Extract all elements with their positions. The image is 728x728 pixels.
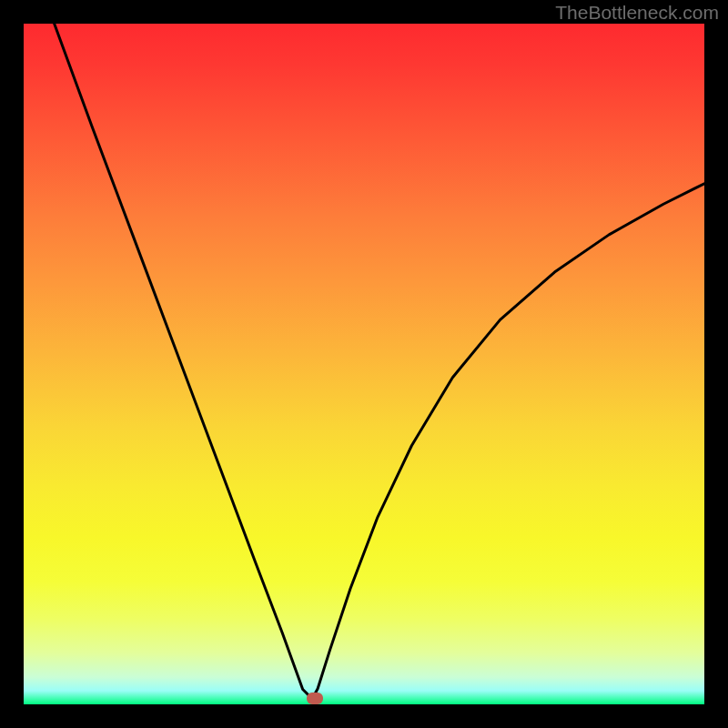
watermark-text: TheBottleneck.com (555, 2, 719, 24)
optimal-point-marker (307, 693, 323, 704)
outer-frame: TheBottleneck.com (0, 0, 728, 728)
plot-area (24, 24, 704, 704)
bottleneck-curve (24, 24, 704, 704)
